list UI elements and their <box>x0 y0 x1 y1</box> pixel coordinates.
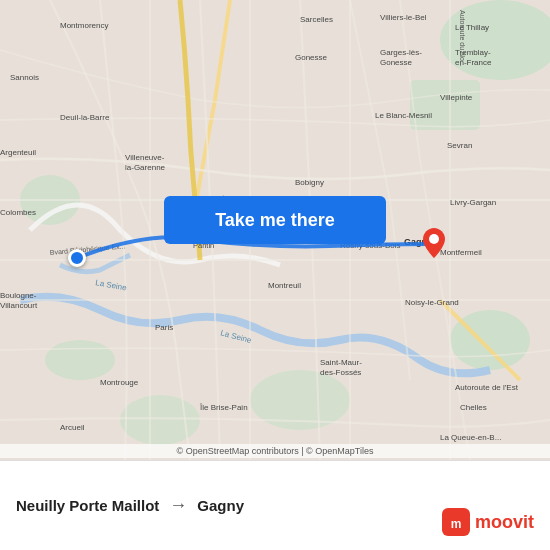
svg-text:Montmorency: Montmorency <box>60 21 108 30</box>
svg-text:Noisy-le-Grand: Noisy-le-Grand <box>405 298 459 307</box>
svg-text:Gonesse: Gonesse <box>380 58 413 67</box>
svg-text:Saint-Maur-: Saint-Maur- <box>320 358 362 367</box>
svg-text:Montrouge: Montrouge <box>100 378 139 387</box>
take-me-there-button[interactable]: Take me there <box>164 196 386 244</box>
svg-text:Sannois: Sannois <box>10 73 39 82</box>
svg-point-7 <box>45 340 115 380</box>
arrow-icon: → <box>169 495 187 516</box>
svg-text:Île Brise-Pain: Île Brise-Pain <box>199 403 248 412</box>
svg-text:Le Blanc-Mesnil: Le Blanc-Mesnil <box>375 111 432 120</box>
map-attribution: © OpenStreetMap contributors | © OpenMap… <box>0 444 550 458</box>
svg-text:Garges-lès-: Garges-lès- <box>380 48 422 57</box>
svg-text:Autoroute de l'Est: Autoroute de l'Est <box>455 383 519 392</box>
destination-pin <box>423 228 445 262</box>
svg-text:Autoroute du No...: Autoroute du No... <box>459 10 466 67</box>
svg-text:la-Garenne: la-Garenne <box>125 163 166 172</box>
svg-point-59 <box>429 234 439 244</box>
svg-text:Boulogne-: Boulogne- <box>0 291 37 300</box>
svg-text:Villeneuve-: Villeneuve- <box>125 153 165 162</box>
svg-text:La Queue-en-B...: La Queue-en-B... <box>440 433 501 442</box>
svg-point-2 <box>450 310 530 370</box>
svg-text:Deuil-la-Barre: Deuil-la-Barre <box>60 113 110 122</box>
bottom-bar: Neuilly Porte Maillot → Gagny m moovit <box>0 460 550 550</box>
svg-text:Gonesse: Gonesse <box>295 53 328 62</box>
svg-text:Paris: Paris <box>155 323 173 332</box>
svg-text:Bobigny: Bobigny <box>295 178 324 187</box>
svg-text:m: m <box>451 517 462 531</box>
svg-text:Montfermeil: Montfermeil <box>440 248 482 257</box>
svg-text:Chelles: Chelles <box>460 403 487 412</box>
svg-text:Villepinte: Villepinte <box>440 93 473 102</box>
svg-text:Argenteuil: Argenteuil <box>0 148 36 157</box>
origin-pin <box>68 249 86 267</box>
map-container: Le Thillay Villiers-le-Bel Sarcelles Mon… <box>0 0 550 460</box>
svg-text:Colombes: Colombes <box>0 208 36 217</box>
moovit-text: moovit <box>475 512 534 533</box>
svg-text:Villiers-le-Bel: Villiers-le-Bel <box>380 13 427 22</box>
svg-text:des-Fossés: des-Fossés <box>320 368 361 377</box>
svg-text:Sevran: Sevran <box>447 141 472 150</box>
svg-text:Livry-Gargan: Livry-Gargan <box>450 198 496 207</box>
svg-rect-4 <box>410 80 480 130</box>
moovit-logo: m moovit <box>442 508 534 536</box>
svg-text:Montreuil: Montreuil <box>268 281 301 290</box>
svg-text:Villancourt: Villancourt <box>0 301 38 310</box>
svg-text:Sarcelles: Sarcelles <box>300 15 333 24</box>
svg-text:Arcueil: Arcueil <box>60 423 85 432</box>
destination-label: Gagny <box>197 497 244 514</box>
origin-label: Neuilly Porte Maillot <box>16 497 159 514</box>
